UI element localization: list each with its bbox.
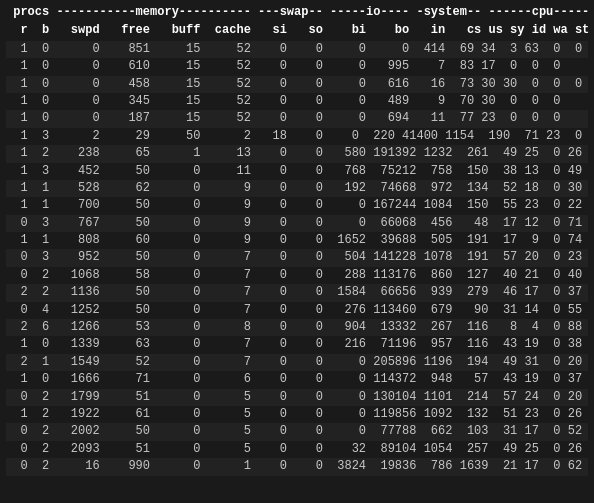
table-row: 1 2 1922 61 0 5 0 0 0 119856 1092 132 51… — [6, 406, 588, 423]
table-row: 0 2 1799 51 0 5 0 0 0 130104 1101 214 57… — [6, 389, 588, 406]
table-row: 1 1 808 60 0 9 0 0 1652 39688 505 191 17… — [6, 232, 588, 249]
table-row: 1 0 0 610 15 52 0 0 0 995 7 83 17 0 0 0 — [6, 58, 588, 75]
table-row: 0 2 2093 51 0 5 0 0 32 89104 1054 257 49… — [6, 441, 588, 458]
table-row: 0 2 16 990 0 1 0 0 3824 19836 786 1639 2… — [6, 458, 588, 475]
table-row: 1 0 0 458 15 52 0 0 0 616 16 73 30 30 0 … — [6, 76, 588, 93]
table-row: 0 3 952 50 0 7 0 0 504 141228 1078 191 5… — [6, 249, 588, 266]
table-row: 1 0 0 187 15 52 0 0 0 694 11 77 23 0 0 0 — [6, 110, 588, 127]
header-line2: r b swpd free buff cache si so bi bo in … — [6, 22, 588, 39]
table-row: 1 1 700 50 0 9 0 0 0 167244 1084 150 55 … — [6, 197, 588, 214]
table-row: 1 3 2 29 50 2 18 0 0 220 41400 1154 190 … — [6, 128, 588, 145]
table-row: 0 2 2002 50 0 5 0 0 0 77788 662 103 31 1… — [6, 423, 588, 440]
table-row: 1 0 0 851 15 52 0 0 0 0 414 69 34 3 63 0… — [6, 41, 588, 58]
table-row: 1 3 452 50 0 11 0 0 768 75212 758 150 38… — [6, 163, 588, 180]
table-row: 1 1 528 62 0 9 0 0 192 74668 972 134 52 … — [6, 180, 588, 197]
table-row: 2 2 1136 50 0 7 0 0 1584 66656 939 279 4… — [6, 284, 588, 301]
table-row: 0 4 1252 50 0 7 0 0 276 113460 679 90 31… — [6, 302, 588, 319]
header-line1: procs -----------memory---------- ---swa… — [6, 4, 588, 21]
table-row: 1 0 1339 63 0 7 0 0 216 71196 957 116 43… — [6, 336, 588, 353]
table-row: 0 2 1068 58 0 7 0 0 288 113176 860 127 4… — [6, 267, 588, 284]
table-row: 1 0 0 345 15 52 0 0 0 489 9 70 30 0 0 0 — [6, 93, 588, 110]
table-row: 1 0 1666 71 0 6 0 0 0 114372 948 57 43 1… — [6, 371, 588, 388]
table-row: 2 6 1266 53 0 8 0 0 904 13332 267 116 8 … — [6, 319, 588, 336]
data-rows: 1 0 0 851 15 52 0 0 0 0 414 69 34 3 63 0… — [6, 41, 588, 476]
table-row: 1 2 238 65 1 13 0 0 580 191392 1232 261 … — [6, 145, 588, 162]
terminal-output: procs -----------memory---------- ---swa… — [6, 4, 588, 476]
table-row: 0 3 767 50 0 9 0 0 0 66068 456 48 17 12 … — [6, 215, 588, 232]
table-row: 2 1 1549 52 0 7 0 0 0 205896 1196 194 49… — [6, 354, 588, 371]
